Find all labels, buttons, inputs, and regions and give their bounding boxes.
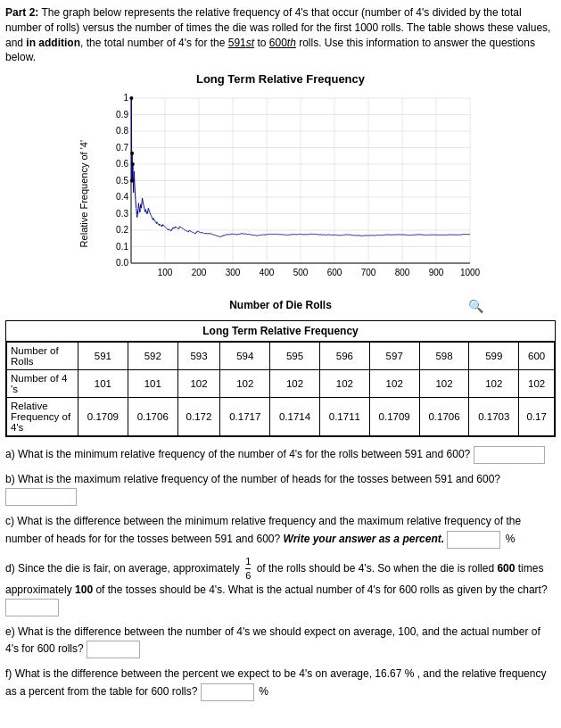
col-597: 597 [369, 343, 419, 370]
col-592: 592 [128, 343, 177, 370]
col-599: 599 [469, 343, 519, 370]
col-600: 600 [519, 343, 555, 370]
question-c: c) What is the difference between the mi… [5, 513, 556, 548]
chart-canvas [91, 89, 483, 294]
y-axis-label: Relative Frequency of '4' [78, 140, 89, 247]
fraction-1-6: 1 6 [245, 556, 251, 582]
table-row-fours: Number of 4 's 101 101 102 102 102 102 1… [7, 370, 555, 398]
col-595: 595 [270, 343, 320, 370]
col-593: 593 [177, 343, 220, 370]
answer-d-input[interactable] [5, 599, 59, 616]
data-table-section: Long Term Relative Frequency Number of R… [5, 320, 556, 437]
question-a-text: a) What is the minimum relative frequenc… [5, 448, 470, 460]
row1-label: Number of 4 's [7, 370, 78, 398]
percent-label-f: % [259, 685, 268, 698]
question-f-text: f) What is the difference between the pe… [5, 667, 546, 697]
question-d: d) Since the die is fair, on average, ap… [5, 556, 556, 617]
part2-description: Part 2: The graph below represents the r… [5, 5, 556, 65]
range-end: 600th [269, 37, 296, 49]
magnify-icon[interactable]: 🔍 [468, 299, 483, 313]
chart-section: Long Term Relative Frequency Relative Fr… [5, 72, 556, 311]
col-591: 591 [78, 343, 128, 370]
question-a: a) What is the minimum relative frequenc… [5, 446, 556, 464]
data-table: Number of Rolls 591 592 593 594 595 596 … [6, 342, 555, 436]
answer-f-input[interactable] [201, 683, 254, 701]
row2-label: Relative Frequency of 4's [7, 398, 78, 436]
col-596: 596 [319, 343, 369, 370]
question-f: f) What is the difference between the pe… [5, 666, 556, 700]
x-axis-label: Number of Die Rolls [229, 299, 332, 311]
question-e-text: e) What is the difference between the nu… [5, 625, 540, 655]
fraction-numerator: 1 [245, 556, 251, 569]
percent-label-c: % [506, 533, 516, 545]
answer-c-input[interactable] [447, 531, 500, 549]
table-row-relfreq: Relative Frequency of 4's 0.1709 0.1706 … [7, 398, 555, 436]
col-598: 598 [419, 343, 469, 370]
question-b: b) What is the maximum relative frequenc… [5, 471, 556, 506]
answer-e-input[interactable] [87, 641, 140, 658]
fraction-denominator: 6 [245, 569, 251, 582]
table-title: Long Term Relative Frequency [6, 321, 555, 342]
question-e: e) What is the difference between the nu… [5, 624, 556, 658]
table-header-row: Number of Rolls 591 592 593 594 595 596 … [7, 343, 555, 370]
col-label-header: Number of Rolls [7, 343, 78, 370]
question-d-text1: d) Since the die is fair, on average, ap… [5, 561, 243, 574]
question-b-text: b) What is the maximum relative frequenc… [5, 473, 500, 485]
answer-b-input[interactable] [5, 488, 77, 506]
chart-wrapper: Relative Frequency of '4' 🔍 [78, 89, 483, 297]
answer-a-input[interactable] [474, 446, 545, 464]
col-594: 594 [220, 343, 270, 370]
qa-section: a) What is the minimum relative frequenc… [5, 446, 556, 700]
question-c-text: c) What is the difference between the mi… [5, 515, 521, 544]
part-label: Part 2: [5, 6, 38, 19]
header-text: The graph below represents the relative … [5, 6, 550, 63]
range-start: 591st [228, 37, 254, 49]
chart-title: Long Term Relative Frequency [196, 72, 365, 86]
